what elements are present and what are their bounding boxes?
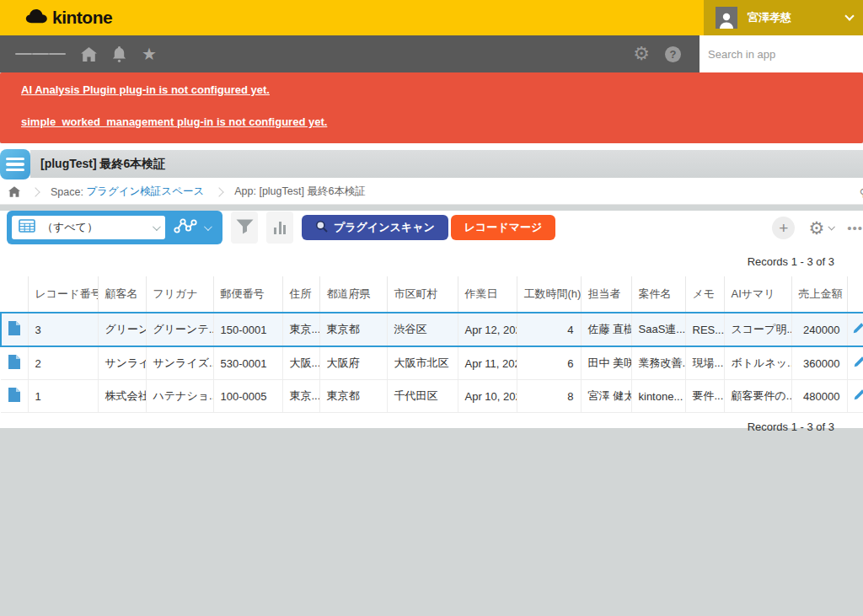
breadcrumb: Space: プラグイン検証スペース App: [plugTest] 最終6本検… xyxy=(0,179,863,205)
help-icon[interactable]: ? xyxy=(665,46,681,62)
cell-hours: 4 xyxy=(517,313,581,346)
cell-memo: RES... xyxy=(685,313,724,346)
alert-link-simple-worked[interactable]: simple_worked_management plug-in is not … xyxy=(21,115,842,128)
records-count-top: Records 1 - 3 of 3 xyxy=(0,255,834,268)
funnel-icon xyxy=(236,219,254,237)
cell-project: 業務改善... xyxy=(631,346,685,380)
cell-sales: 480000 xyxy=(791,380,847,413)
cell-ai-summary: 顧客要件の... xyxy=(724,380,791,413)
column-header-customer[interactable]: 顧客名 xyxy=(98,276,146,313)
spacer xyxy=(0,143,863,149)
chart-button[interactable] xyxy=(266,212,293,244)
ellipsis-icon[interactable]: ••• xyxy=(847,221,863,235)
view-toolbar: （すべて） xyxy=(7,211,856,244)
column-header-hours[interactable]: 工数時間(h) xyxy=(517,276,581,313)
column-header-furigana[interactable]: フリガナ xyxy=(146,276,213,313)
cell-prefecture: 東京都 xyxy=(319,313,387,346)
column-header-record-no[interactable]: レコード番号 xyxy=(28,276,98,313)
magnifier-icon xyxy=(315,220,328,235)
breadcrumb-home-icon[interactable] xyxy=(8,186,20,197)
alert-link-ai-analysis[interactable]: AI Analysis Plugin plug-in is not config… xyxy=(21,83,842,96)
app-title-bar: [plugTest] 最終6本検証 xyxy=(30,150,863,178)
view-settings-button[interactable]: ⚙ xyxy=(808,219,834,237)
column-header-project[interactable]: 案件名 xyxy=(631,276,685,313)
cell-zip: 530-0001 xyxy=(213,346,282,380)
brand-header: kintone 宮澤孝慈 xyxy=(0,0,863,35)
breadcrumb-app-item: App: [plugTest] 最終6本検証 xyxy=(234,185,366,199)
cell-furigana: ハテナショ... xyxy=(146,380,213,413)
column-header-sales[interactable]: 売上金額 xyxy=(791,276,847,313)
cell-assignee: 田中 美咲 xyxy=(581,346,631,380)
pencil-icon xyxy=(853,388,863,404)
chevron-down-icon xyxy=(844,11,854,20)
pencil-icon xyxy=(853,356,863,371)
cell-ai-summary: ボトルネッ... xyxy=(724,346,791,380)
add-record-button[interactable]: + xyxy=(772,217,795,239)
cell-record-no: 3 xyxy=(28,313,98,346)
edit-record-button[interactable] xyxy=(853,388,863,404)
kintone-logo[interactable]: kintone xyxy=(25,8,112,28)
alert-banner: AI Analysis Plugin plug-in is not config… xyxy=(0,72,863,143)
cell-project: kintone... xyxy=(631,380,685,413)
cell-record-no: 2 xyxy=(28,346,98,380)
gear-icon[interactable]: ⚙ xyxy=(633,45,650,63)
table-row: 1 株式会社... ハテナショ... 100-0005 東京... 東京都 千代… xyxy=(1,380,863,413)
breadcrumb-separator xyxy=(30,187,40,196)
table-row: 3 グリーン... グリーンテ... 150-0001 東京... 東京都 渋谷… xyxy=(1,313,863,346)
table-header-row: レコード番号 顧客名 フリガナ 郵便番号 住所 都道府県 市区町村 作業日 工数… xyxy=(1,276,863,313)
cell-address: 東京... xyxy=(282,380,319,413)
column-header-work-date[interactable]: 作業日 xyxy=(458,276,517,313)
table-view-icon xyxy=(19,219,35,236)
app-header: [plugTest] 最終6本検証 xyxy=(0,149,863,179)
cell-address: 大阪... xyxy=(282,346,319,380)
user-menu[interactable]: 宮澤孝慈 xyxy=(704,0,863,35)
avatar xyxy=(716,7,737,29)
cell-address: 東京... xyxy=(282,313,319,346)
search-input[interactable] xyxy=(700,35,863,72)
graph-icon xyxy=(174,217,197,238)
view-select[interactable]: （すべて） xyxy=(12,216,165,239)
brand-name: kintone xyxy=(52,8,112,28)
cell-sales: 240000 xyxy=(791,313,847,346)
pin-icon[interactable]: ⚲ xyxy=(860,186,863,199)
record-merge-button[interactable]: レコードマージ xyxy=(451,215,556,240)
plugin-scan-button[interactable]: プラグインスキャン xyxy=(302,215,448,240)
column-header-address[interactable]: 住所 xyxy=(282,276,319,313)
cell-prefecture: 東京都 xyxy=(319,380,387,413)
app-icon[interactable] xyxy=(0,149,30,179)
cell-customer: 株式会社... xyxy=(98,380,146,413)
column-header-memo[interactable]: メモ xyxy=(685,276,724,313)
chevron-down-icon xyxy=(153,222,161,231)
column-header-city[interactable]: 市区町村 xyxy=(387,276,458,313)
record-merge-label: レコードマージ xyxy=(464,220,543,235)
chevron-down-icon xyxy=(828,223,835,230)
search-box xyxy=(700,35,863,72)
record-document-icon[interactable] xyxy=(8,355,20,369)
cell-customer: グリーン... xyxy=(98,313,146,346)
hamburger-menu-icon[interactable] xyxy=(15,51,66,58)
column-header-icon xyxy=(1,276,28,313)
column-header-ai-summary[interactable]: AIサマリ xyxy=(724,276,791,313)
cloud-icon xyxy=(25,8,48,27)
graph-view-button[interactable] xyxy=(165,217,217,238)
cell-ai-summary: スコープ明... xyxy=(724,313,791,346)
star-icon[interactable]: ★ xyxy=(142,46,157,62)
column-header-edit xyxy=(847,276,863,313)
bar-chart-icon xyxy=(274,222,286,234)
cell-furigana: グリーンテ... xyxy=(146,313,213,346)
column-header-zip[interactable]: 郵便番号 xyxy=(213,276,282,313)
cell-assignee: 宮澤 健太 xyxy=(581,380,631,413)
filter-button[interactable] xyxy=(231,212,258,244)
bell-icon[interactable] xyxy=(112,46,126,62)
record-document-icon[interactable] xyxy=(8,321,20,335)
column-header-assignee[interactable]: 担当者 xyxy=(581,276,631,313)
record-document-icon[interactable] xyxy=(8,388,20,402)
home-icon[interactable] xyxy=(81,47,97,62)
cell-city: 千代田区 xyxy=(387,380,458,413)
column-header-prefecture[interactable]: 都道府県 xyxy=(319,276,387,313)
edit-record-button[interactable] xyxy=(852,322,863,337)
cell-city: 大阪市北区 xyxy=(387,346,458,380)
cell-memo: 要件... xyxy=(685,380,724,413)
edit-record-button[interactable] xyxy=(853,356,863,371)
breadcrumb-space-link[interactable]: プラグイン検証スペース xyxy=(86,185,204,199)
